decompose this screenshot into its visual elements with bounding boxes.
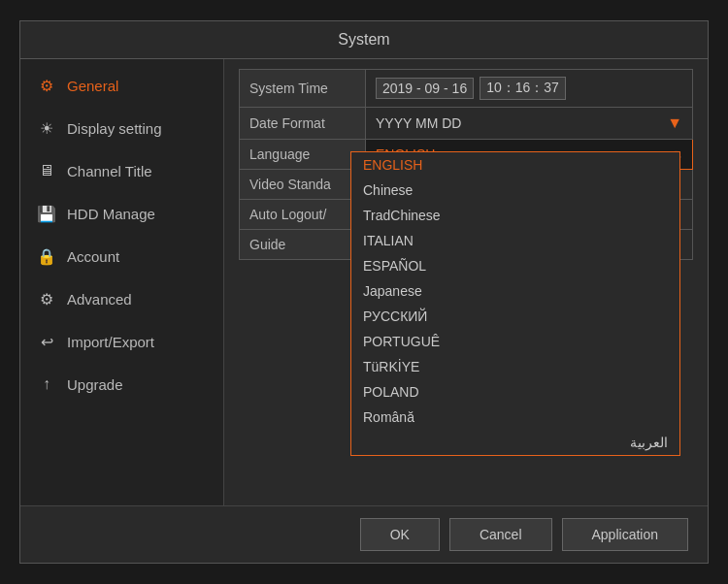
- date-value[interactable]: 2019 - 09 - 16: [376, 78, 474, 99]
- sidebar-label-display-setting: Display setting: [67, 120, 162, 137]
- application-button[interactable]: Application: [562, 518, 689, 551]
- dropdown-item-arabic[interactable]: العربية: [351, 430, 679, 455]
- dropdown-item-english[interactable]: ENGLISH: [351, 152, 679, 178]
- dropdown-item-romanian[interactable]: Română: [351, 405, 679, 430]
- sidebar-item-channel-title[interactable]: 🖥 Channel Title: [20, 149, 223, 192]
- sidebar-item-hdd-manage[interactable]: 💾 HDD Manage: [20, 192, 223, 235]
- monitor-icon: 🖥: [36, 160, 57, 181]
- language-dropdown: ENGLISH Chinese TradChinese ITALIAN ESPA…: [350, 151, 680, 456]
- dialog-title: System: [20, 21, 708, 59]
- date-format-arrow: ▼: [667, 114, 682, 132]
- sidebar-label-hdd-manage: HDD Manage: [67, 206, 155, 222]
- dialog-body: ⚙ General ☀ Display setting 🖥 Channel Ti…: [20, 59, 708, 505]
- sun-icon: ☀: [36, 117, 57, 139]
- ok-button[interactable]: OK: [360, 518, 440, 551]
- upgrade-icon: ↑: [36, 373, 57, 395]
- value-date-format[interactable]: YYYY MM DD ▼: [366, 108, 693, 140]
- dropdown-item-espanol[interactable]: ESPAÑOL: [351, 253, 679, 278]
- hdd-icon: 💾: [36, 203, 57, 224]
- sidebar-label-advanced: Advanced: [67, 291, 132, 308]
- dropdown-item-portuguese[interactable]: PORTUGUÊ: [351, 329, 679, 354]
- dropdown-item-tradchinese[interactable]: TradChinese: [351, 203, 679, 228]
- table-row-system-time: System Time 2019 - 09 - 16 10：16：37: [240, 70, 693, 108]
- label-video-standard: Video Standa: [240, 170, 366, 200]
- dropdown-item-chinese[interactable]: Chinese: [351, 178, 679, 203]
- sidebar-item-account[interactable]: 🔒 Account: [20, 235, 223, 277]
- label-auto-logout: Auto Logout/: [240, 200, 366, 230]
- system-dialog: System ⚙ General ☀ Display setting 🖥 Cha…: [19, 20, 709, 564]
- value-system-time: 2019 - 09 - 16 10：16：37: [366, 70, 693, 108]
- sidebar-item-upgrade[interactable]: ↑ Upgrade: [20, 363, 223, 406]
- table-row-date-format: Date Format YYYY MM DD ▼: [240, 108, 693, 140]
- main-content: System Time 2019 - 09 - 16 10：16：37 Date…: [224, 59, 708, 505]
- lock-icon: 🔒: [36, 245, 57, 267]
- sidebar-item-advanced[interactable]: ⚙ Advanced: [20, 277, 223, 320]
- cancel-button[interactable]: Cancel: [449, 518, 552, 551]
- date-format-value: YYYY MM DD: [376, 115, 461, 131]
- sidebar-item-general[interactable]: ⚙ General: [20, 64, 223, 107]
- sidebar-label-import-export: Import/Export: [67, 334, 154, 350]
- sidebar-label-channel-title: Channel Title: [67, 163, 152, 179]
- gear-icon: ⚙: [36, 75, 57, 96]
- time-value[interactable]: 10：16：37: [480, 77, 566, 100]
- sidebar-label-general: General: [67, 78, 118, 94]
- sidebar-label-upgrade: Upgrade: [67, 376, 123, 393]
- label-guide: Guide: [240, 230, 366, 260]
- label-system-time: System Time: [240, 70, 366, 108]
- sidebar-item-import-export[interactable]: ↩ Import/Export: [20, 320, 223, 363]
- label-language: Language: [240, 140, 366, 170]
- label-date-format: Date Format: [240, 108, 366, 140]
- dropdown-item-italian[interactable]: ITALIAN: [351, 228, 679, 253]
- dropdown-item-japanese[interactable]: Japanese: [351, 278, 679, 304]
- dropdown-item-russian[interactable]: РУССКИЙ: [351, 304, 679, 329]
- dialog-footer: OK Cancel Application: [20, 505, 708, 563]
- settings-icon: ⚙: [36, 288, 57, 309]
- sidebar: ⚙ General ☀ Display setting 🖥 Channel Ti…: [20, 59, 224, 505]
- dropdown-item-poland[interactable]: POLAND: [351, 379, 679, 405]
- import-export-icon: ↩: [36, 331, 57, 352]
- sidebar-item-display-setting[interactable]: ☀ Display setting: [20, 107, 223, 149]
- sidebar-label-account: Account: [67, 248, 119, 265]
- dropdown-item-turkish[interactable]: TüRKİYE: [351, 354, 679, 379]
